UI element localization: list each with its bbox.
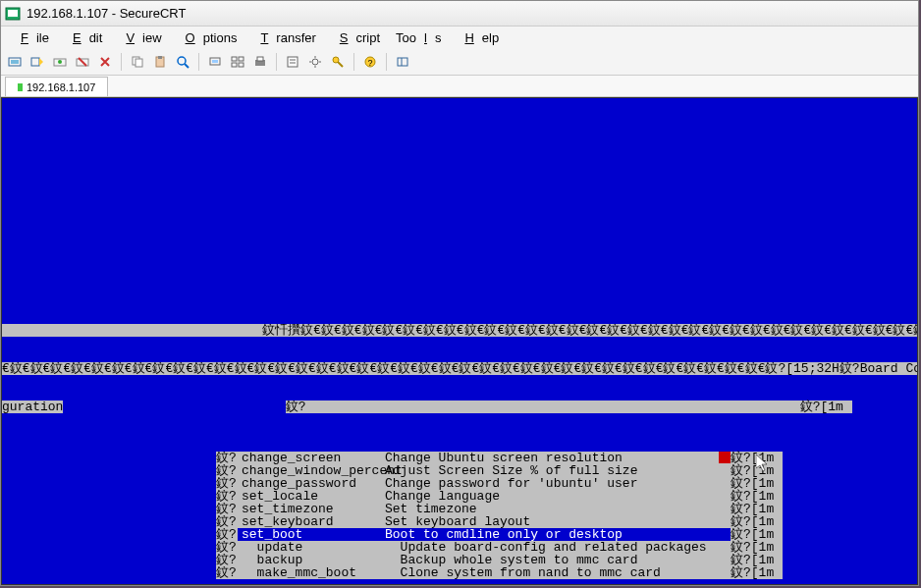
menu-help[interactable]: Help [449, 28, 507, 47]
svg-rect-16 [212, 60, 218, 63]
reconnect-icon[interactable] [50, 52, 70, 72]
tile-icon[interactable] [228, 52, 247, 72]
print-icon[interactable] [250, 52, 270, 72]
menu-transfer[interactable]: Transfer [244, 28, 323, 47]
garble-top-1: 鈫忏攢鈫€鈫€鈫€鈫€鈫€鈫€鈫€鈫€鈫€鈫€鈫€鈫€鈫€鈫€鈫€鈫€鈫€鈫€鈫… [2, 324, 917, 337]
find-icon[interactable] [173, 52, 192, 72]
menu-item-make_mmc_boot[interactable]: 鈫? make_mmc_boot Clone system from nand … [2, 566, 917, 579]
paste-icon[interactable] [150, 52, 170, 72]
tabbar: 192.168.1.107 [1, 76, 918, 97]
window-title: 192.168.1.107 - SecureCRT [27, 6, 186, 21]
options-icon[interactable] [305, 52, 325, 72]
svg-rect-22 [257, 57, 263, 61]
menu-desc: Clone system from nand to mmc card [385, 566, 731, 579]
tab-label: 192.168.1.107 [27, 81, 95, 93]
svg-point-6 [58, 60, 62, 64]
separator [276, 53, 277, 71]
menu-options[interactable]: Options [170, 28, 245, 47]
disconnect-icon[interactable] [73, 52, 92, 72]
menu-cmd: make_mmc_boot [238, 566, 385, 579]
properties-icon[interactable] [283, 52, 302, 72]
titlebar[interactable]: 192.168.1.107 - SecureCRT [1, 1, 918, 27]
copy-icon[interactable] [128, 52, 147, 72]
svg-rect-1 [8, 10, 18, 17]
menu-file[interactable]: File [5, 28, 57, 47]
svg-rect-12 [158, 56, 162, 59]
svg-rect-4 [31, 58, 39, 66]
session-mgr-icon[interactable] [393, 52, 412, 72]
svg-rect-31 [398, 58, 407, 66]
svg-rect-10 [135, 59, 142, 67]
menubar: File Edit View Options Transfer Script T… [1, 27, 918, 48]
svg-rect-19 [232, 63, 237, 67]
connect-icon[interactable] [5, 52, 25, 72]
svg-text:?: ? [367, 58, 372, 68]
menu-tools[interactable]: Tools [388, 28, 449, 47]
session-tab[interactable]: 192.168.1.107 [5, 77, 108, 96]
svg-point-13 [178, 57, 186, 65]
separator [386, 53, 387, 71]
app-icon [5, 6, 21, 22]
svg-line-28 [338, 62, 343, 67]
reconnect-all-icon[interactable] [95, 52, 115, 72]
help-icon[interactable]: ? [360, 52, 380, 72]
garble-top-2: €鈫€鈫€鈫€鈫€鈫€鈫€鈫€鈫€鈫€鈫€鈫€鈫€鈫€鈫€鈫€鈫€鈫€鈫€鈫€鈫… [2, 362, 917, 375]
svg-rect-3 [11, 60, 19, 64]
config-title: guration [2, 401, 63, 413]
svg-rect-18 [239, 57, 244, 61]
svg-rect-17 [232, 57, 237, 61]
menu-edit[interactable]: Edit [57, 28, 110, 47]
toolbar: ? [1, 48, 918, 76]
separator [121, 53, 122, 71]
key-icon[interactable] [328, 52, 348, 72]
quick-connect-icon[interactable] [27, 52, 47, 72]
separator [198, 53, 199, 71]
tab-status-dot [18, 83, 23, 91]
separator [353, 53, 354, 71]
svg-rect-23 [288, 57, 298, 67]
svg-line-14 [185, 64, 189, 68]
print-screen-icon[interactable] [205, 52, 225, 72]
cursor-block [719, 452, 731, 463]
svg-point-26 [312, 59, 318, 65]
app-window: 192.168.1.107 - SecureCRT File Edit View… [0, 0, 919, 586]
terminal-area[interactable]: 鈫忏攢鈫€鈫€鈫€鈫€鈫€鈫€鈫€鈫€鈫€鈫€鈫€鈫€鈫€鈫€鈫€鈫€鈫€鈫€鈫… [1, 97, 918, 585]
menu-view[interactable]: View [110, 28, 169, 47]
menu-script[interactable]: Script [324, 28, 388, 47]
svg-rect-20 [239, 63, 244, 67]
